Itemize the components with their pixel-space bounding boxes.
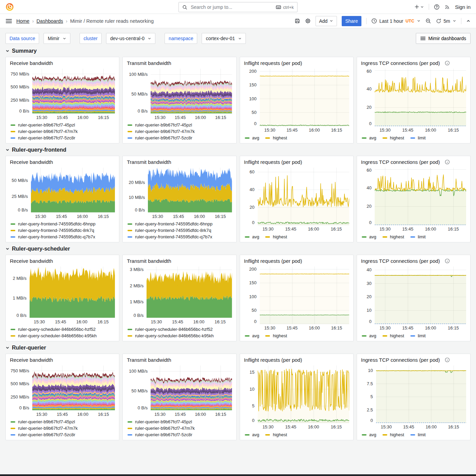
legend-item[interactable]: limit xyxy=(410,432,426,437)
legend-item[interactable]: ruler-querier-b9b67fcf7-47m7k xyxy=(128,426,232,431)
collapse-toolbar-button[interactable] xyxy=(466,19,471,23)
panel-title[interactable]: Receive bandwidth xyxy=(10,60,53,66)
legend-item[interactable]: ruler-query-frontend-745595dfdc-6hnpp xyxy=(128,221,232,226)
legend-item[interactable]: ruler-querier-b9b67fcf7-45pzl xyxy=(128,419,232,424)
new-menu-button[interactable] xyxy=(414,4,424,10)
legend-item[interactable]: avg xyxy=(245,432,259,437)
plot-area[interactable] xyxy=(260,69,349,126)
share-button[interactable]: Share xyxy=(342,16,361,26)
zoom-out-button[interactable] xyxy=(425,18,431,24)
info-icon[interactable] xyxy=(445,159,450,165)
legend-item[interactable]: avg xyxy=(362,432,376,437)
mega-menu-button[interactable] xyxy=(5,18,12,24)
breadcrumb-dashboards[interactable]: Dashboards xyxy=(36,18,63,24)
legend-item[interactable]: avg xyxy=(362,135,376,140)
legend-item[interactable]: highest xyxy=(382,432,404,437)
plot-area[interactable] xyxy=(260,267,349,324)
legend-item[interactable]: highest xyxy=(382,135,404,140)
dashboard-settings-button[interactable] xyxy=(305,18,311,24)
plot-area[interactable] xyxy=(148,168,232,213)
section-header-summary[interactable]: Summary xyxy=(5,48,471,54)
plot-area[interactable] xyxy=(375,168,466,225)
add-panel-button[interactable]: Add xyxy=(316,16,337,26)
legend-item[interactable]: ruler-query-scheduler-846b656bc-hzf52 xyxy=(11,327,115,332)
panel-title[interactable]: Receive bandwidth xyxy=(10,159,53,165)
plot-area[interactable] xyxy=(258,168,349,225)
legend-item[interactable]: ruler-querier-b9b67fcf7-5zc8r xyxy=(128,135,232,140)
legend-item[interactable]: ruler-query-frontend-745595dfdc-q7b7x xyxy=(11,234,115,239)
legend-item[interactable]: ruler-querier-b9b67fcf7-5zc8r xyxy=(11,432,115,437)
plot-area[interactable] xyxy=(151,69,232,114)
panel-title[interactable]: Transmit bandwidth xyxy=(127,60,171,66)
help-button[interactable] xyxy=(434,4,440,10)
legend-item[interactable]: ruler-query-scheduler-846b656bc-k95kh xyxy=(128,333,232,338)
legend-item[interactable]: avg xyxy=(245,234,259,239)
news-button[interactable] xyxy=(444,4,450,10)
legend-item[interactable]: highest xyxy=(265,234,287,239)
panel-title[interactable]: Inflight requests (per pod) xyxy=(244,159,302,165)
legend-item[interactable]: limit xyxy=(410,135,426,140)
sign-in-link[interactable]: Sign in xyxy=(455,4,471,10)
legend-item[interactable]: ruler-querier-b9b67fcf7-47m7k xyxy=(128,129,232,134)
legend-item[interactable]: ruler-querier-b9b67fcf7-5zc8r xyxy=(11,135,115,140)
legend-item[interactable]: highest xyxy=(382,333,404,338)
panel-title[interactable]: Transmit bandwidth xyxy=(127,258,171,264)
variable-label[interactable]: namespace xyxy=(165,33,197,44)
breadcrumb-home[interactable]: Home xyxy=(16,18,30,24)
legend-item[interactable]: avg xyxy=(245,333,259,338)
legend-item[interactable]: ruler-query-frontend-745595dfdc-q7b7x xyxy=(128,234,232,239)
panel-title[interactable]: Ingress TCP connections (per pod) xyxy=(361,357,440,363)
legend-item[interactable]: ruler-query-scheduler-846b656bc-hzf52 xyxy=(128,327,232,332)
section-header-ruler-query-scheduler[interactable]: Ruler-query-scheduler xyxy=(5,246,471,252)
panel-title[interactable]: Ingress TCP connections (per pod) xyxy=(361,159,440,165)
legend-item[interactable]: avg xyxy=(245,135,259,140)
info-icon[interactable] xyxy=(445,258,450,264)
legend-item[interactable]: limit xyxy=(410,333,426,338)
info-icon[interactable] xyxy=(445,357,450,362)
panel-title[interactable]: Transmit bandwidth xyxy=(127,159,171,165)
panel-title[interactable]: Receive bandwidth xyxy=(10,357,53,363)
panel-title[interactable]: Inflight requests (per pod) xyxy=(244,357,302,363)
plot-area[interactable] xyxy=(375,267,466,324)
legend-item[interactable]: ruler-query-frontend-745595dfdc-8rk7q xyxy=(11,228,115,233)
legend-item[interactable]: highest xyxy=(265,333,287,338)
legend-item[interactable]: avg xyxy=(362,234,376,239)
plot-area[interactable] xyxy=(376,366,466,423)
legend-item[interactable]: ruler-querier-b9b67fcf7-47m7k xyxy=(11,129,115,134)
legend-item[interactable]: ruler-querier-b9b67fcf7-47m7k xyxy=(11,426,115,431)
variable-value-dropdown[interactable]: dev-us-central-0 xyxy=(106,33,155,44)
panel-title[interactable]: Ingress TCP connections (per pod) xyxy=(361,258,440,264)
legend-item[interactable]: ruler-query-frontend-745595dfdc-6hnpp xyxy=(11,221,115,226)
grafana-logo[interactable] xyxy=(5,3,14,11)
panel-title[interactable]: Receive bandwidth xyxy=(10,258,53,264)
info-icon[interactable] xyxy=(445,61,450,66)
mimir-dashboards-button[interactable]: Mimir dashboards xyxy=(416,33,471,44)
plot-area[interactable] xyxy=(32,69,115,114)
legend-item[interactable]: ruler-querier-b9b67fcf7-45pzl xyxy=(11,419,115,424)
search-input[interactable] xyxy=(190,4,273,10)
plot-area[interactable] xyxy=(151,366,232,410)
plot-area[interactable] xyxy=(258,366,349,423)
panel-title[interactable]: Inflight requests (per pod) xyxy=(244,258,302,264)
section-header-ruler-querier[interactable]: Ruler-querier xyxy=(5,345,471,351)
plot-area[interactable] xyxy=(375,69,466,126)
legend-item[interactable]: ruler-querier-b9b67fcf7-45pzl xyxy=(11,122,115,128)
legend-item[interactable]: ruler-querier-b9b67fcf7-45pzl xyxy=(128,122,232,128)
legend-item[interactable]: ruler-query-scheduler-846b656bc-k95kh xyxy=(11,333,115,338)
variable-value-dropdown[interactable]: cortex-dev-01 xyxy=(202,33,246,44)
variable-label[interactable]: cluster xyxy=(80,33,102,44)
search-box[interactable]: ctrl+k xyxy=(178,2,298,12)
legend-item[interactable]: avg xyxy=(362,333,376,338)
panel-title[interactable]: Inflight requests (per pod) xyxy=(244,60,302,66)
section-header-ruler-query-frontend[interactable]: Ruler-query-frontend xyxy=(5,147,471,153)
plot-area[interactable] xyxy=(30,267,115,318)
legend-item[interactable]: ruler-query-frontend-745595dfdc-8rk7q xyxy=(128,228,232,233)
legend-item[interactable]: highest xyxy=(265,432,287,437)
legend-item[interactable]: highest xyxy=(265,135,287,140)
plot-area[interactable] xyxy=(31,168,115,213)
legend-item[interactable]: ruler-querier-b9b67fcf7-5zc8r xyxy=(128,432,232,437)
panel-title[interactable]: Ingress TCP connections (per pod) xyxy=(361,60,440,66)
plot-area[interactable] xyxy=(147,267,232,318)
legend-item[interactable]: limit xyxy=(410,234,426,239)
time-range-picker[interactable]: Last 1 hour UTC xyxy=(371,18,421,24)
